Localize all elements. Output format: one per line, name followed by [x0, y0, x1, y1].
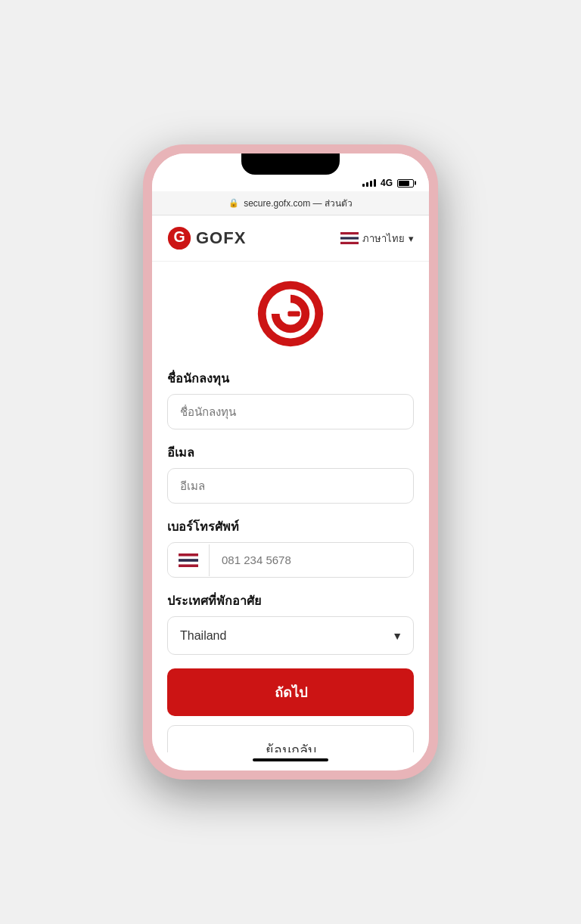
email-group: อีเมล [167, 443, 414, 504]
gofx-logo-icon: G [167, 226, 191, 250]
investor-name-group: ชื่อนักลงทุน [167, 369, 414, 429]
language-selector[interactable]: ภาษาไทย ▾ [340, 231, 414, 247]
thai-flag-icon [340, 232, 359, 244]
investor-name-label: ชื่อนักลงทุน [167, 369, 414, 388]
country-label: ประเทศที่พักอาศัย [167, 591, 414, 610]
phone-frame: 4G 🔒 secure.gofx.com — ส่วนตัว G [143, 144, 438, 780]
signal-icon [362, 179, 376, 187]
battery-icon [397, 179, 414, 188]
gofx-center-logo-icon [256, 280, 325, 348]
phone-screen: 4G 🔒 secure.gofx.com — ส่วนตัว G [152, 153, 429, 771]
svg-rect-7 [287, 311, 300, 316]
investor-name-input[interactable] [167, 394, 414, 429]
next-button[interactable]: ถัดไป [167, 668, 414, 716]
country-group: ประเทศที่พักอาศัย Thailand Singapore Mal… [167, 591, 414, 655]
network-label: 4G [381, 178, 393, 188]
home-bar [152, 752, 429, 771]
back-button[interactable]: ย้อนกลับ [167, 725, 414, 752]
phone-thai-flag-icon [179, 553, 198, 567]
browser-url: secure.gofx.com — ส่วนตัว [244, 196, 353, 210]
phone-notch [241, 153, 340, 175]
svg-text:G: G [173, 228, 185, 245]
center-logo [167, 262, 414, 369]
logo-area: G GOFX [167, 226, 246, 250]
phone-label: เบอร์โทรศัพท์ [167, 517, 414, 536]
phone-group: เบอร์โทรศัพท์ [167, 517, 414, 578]
email-input[interactable] [167, 468, 414, 504]
email-label: อีเมล [167, 443, 414, 462]
country-select-wrapper: Thailand Singapore Malaysia Indonesia Vi… [167, 616, 414, 655]
phone-input-wrapper [167, 542, 414, 578]
page-content: G GOFX ภาษาไทย ▾ [152, 215, 429, 752]
phone-flag-area[interactable] [168, 544, 210, 576]
nav-header: G GOFX ภาษาไทย ▾ [152, 215, 429, 262]
lock-icon: 🔒 [228, 198, 239, 208]
browser-bar: 🔒 secure.gofx.com — ส่วนตัว [152, 191, 429, 215]
form-area: ชื่อนักลงทุน อีเมล เบอร์โทรศัพท์ [152, 262, 429, 752]
logo-text: GOFX [196, 228, 246, 248]
lang-chevron-icon: ▾ [409, 233, 414, 244]
country-select[interactable]: Thailand Singapore Malaysia Indonesia Vi… [168, 617, 413, 654]
home-indicator [253, 758, 328, 761]
svg-rect-4 [340, 237, 359, 239]
lang-label: ภาษาไทย [362, 231, 405, 247]
phone-number-input[interactable] [210, 543, 413, 577]
svg-rect-10 [179, 559, 198, 562]
